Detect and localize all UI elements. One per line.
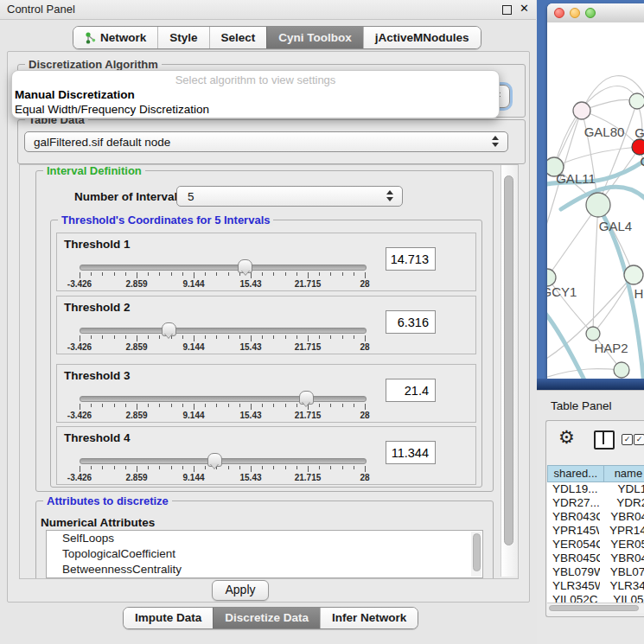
tab-impute-data[interactable]: Impute Data xyxy=(124,608,213,628)
tick-mark xyxy=(319,272,320,276)
cell-name[interactable]: YBR045C xyxy=(600,552,644,565)
node-h[interactable] xyxy=(624,265,643,284)
scrollbar-thumb[interactable] xyxy=(549,605,639,611)
cell-shared-name[interactable]: YBR045C xyxy=(547,552,600,565)
tab-select[interactable]: Select xyxy=(209,27,267,48)
node-gal4[interactable] xyxy=(586,193,610,217)
node-gcy1[interactable] xyxy=(547,269,556,286)
close-traffic-light-icon[interactable] xyxy=(554,8,564,18)
tick-mark xyxy=(228,466,229,469)
attribute-list-item[interactable]: SelfLoops xyxy=(47,531,482,546)
table-panel-title: Table Panel xyxy=(551,399,612,412)
threshold-2-value-field[interactable]: 6.316 xyxy=(386,310,436,334)
attribute-list[interactable]: SelfLoopsTopologicalCoefficientBetweenne… xyxy=(46,530,483,578)
cell-name[interactable]: YER054C xyxy=(600,538,644,552)
threshold-3-slider[interactable] xyxy=(80,396,367,402)
threshold-3-value-field[interactable]: 21.4 xyxy=(386,379,436,402)
attribute-list-item[interactable]: BetweennessCentrality xyxy=(47,562,482,577)
zoom-traffic-light-icon[interactable] xyxy=(585,8,596,18)
cell-name[interactable]: YLR345W xyxy=(600,579,644,593)
threshold-1-slider[interactable] xyxy=(80,265,367,271)
tick-mark xyxy=(330,404,331,407)
tick-label: 28 xyxy=(360,279,369,289)
table-row[interactable]: YBR043CYBR043C xyxy=(547,510,644,524)
cell-name[interactable]: YPR145W xyxy=(599,524,644,538)
threshold-4-value-field[interactable]: 11.344 xyxy=(386,441,436,464)
gear-icon[interactable]: ⚙ xyxy=(558,428,575,447)
table-row[interactable]: YBL079WYBL079W xyxy=(547,565,644,579)
tick-label: 21.715 xyxy=(295,473,322,482)
cell-name[interactable]: YDL19 xyxy=(607,482,644,496)
cell-shared-name[interactable]: YER054C xyxy=(547,538,600,552)
tick-mark xyxy=(194,466,194,472)
table-row[interactable]: YPR145WYPR145W xyxy=(547,524,644,538)
node-gal80[interactable] xyxy=(573,102,590,119)
table-row[interactable]: YDR27...YDR27 xyxy=(547,496,644,510)
scrollbar-thumb[interactable] xyxy=(473,533,481,571)
column-header-shared-name[interactable]: shared... xyxy=(547,465,604,482)
split-columns-icon[interactable] xyxy=(594,430,615,450)
tab-discretize-data[interactable]: Discretize Data xyxy=(213,608,320,628)
tab-style[interactable]: Style xyxy=(157,27,208,48)
slider-thumb[interactable] xyxy=(207,453,222,467)
node-top-right[interactable] xyxy=(629,93,644,109)
tab-infer-network[interactable]: Infer Network xyxy=(320,608,418,628)
table-horizontal-scrollbar[interactable] xyxy=(547,603,644,613)
settings-vertical-scrollbar[interactable] xyxy=(501,165,518,577)
scrollbar-thumb[interactable] xyxy=(504,175,513,545)
threshold-2-slider[interactable] xyxy=(80,328,367,334)
apply-button[interactable]: Apply xyxy=(212,580,269,601)
table-data-combo-value: galFiltered.sif default node xyxy=(34,136,170,149)
tab-jactivemnodules[interactable]: jActiveMNodules xyxy=(363,27,481,48)
cell-name[interactable]: YBL079W xyxy=(600,565,644,579)
node-red[interactable] xyxy=(632,139,644,155)
tick-mark xyxy=(102,404,103,407)
table-row[interactable]: YDL19...YDL19 xyxy=(547,482,644,496)
tick-mark xyxy=(251,466,252,472)
slider-thumb[interactable] xyxy=(299,391,314,405)
option-equal-width-frequency[interactable]: Equal Width/Frequency Discretization xyxy=(12,102,499,117)
option-manual-discretization[interactable]: Manual Discretization xyxy=(12,87,499,102)
cell-shared-name[interactable]: YPR145W xyxy=(547,524,599,538)
checkbox-icon[interactable]: ✓ xyxy=(634,434,644,445)
node-bottom[interactable] xyxy=(614,362,629,378)
table-row[interactable]: YLR345WYLR345W xyxy=(547,579,644,593)
cell-name[interactable]: YBR043C xyxy=(600,510,644,524)
minimize-traffic-light-icon[interactable] xyxy=(570,8,580,18)
node-hap2[interactable] xyxy=(586,327,600,341)
tick-label: 15.43 xyxy=(239,279,261,289)
table-row[interactable]: YIL052CYIL052C xyxy=(547,593,644,603)
table-row[interactable]: YBR045CYBR045C xyxy=(547,552,644,565)
slider-thumb[interactable] xyxy=(238,259,252,273)
threshold-1-value-field[interactable]: 14.713 xyxy=(386,247,436,271)
cell-shared-name[interactable]: YLR345W xyxy=(547,579,600,593)
cell-shared-name[interactable]: YDL19... xyxy=(547,482,607,496)
tick-label: 15.43 xyxy=(239,473,261,482)
tick-mark xyxy=(171,404,172,407)
threshold-4-slider[interactable] xyxy=(80,458,367,464)
cell-shared-name[interactable]: YDR27... xyxy=(547,496,606,510)
table-row[interactable]: YER054CYER054C xyxy=(547,538,644,552)
cell-shared-name[interactable]: YBR043C xyxy=(547,510,600,524)
algorithm-hint: Select algorithm to view settings xyxy=(12,73,499,87)
tick-mark xyxy=(80,272,80,278)
checkbox-icon[interactable]: ✓ xyxy=(622,434,633,445)
tick-label: 28 xyxy=(360,342,369,352)
tab-network[interactable]: Network xyxy=(73,27,157,48)
number-of-intervals-spinner[interactable]: 5 xyxy=(176,186,403,207)
slider-thumb[interactable] xyxy=(162,322,176,336)
cell-name[interactable]: YDR27 xyxy=(606,496,644,510)
network-canvas[interactable]: GAL80GACGAL11GAL4GCY1HHAP2 xyxy=(547,22,644,379)
float-window-icon[interactable] xyxy=(502,5,512,15)
tab-cyni-toolbox[interactable]: Cyni Toolbox xyxy=(266,27,363,48)
close-icon[interactable]: ✕ xyxy=(520,2,529,15)
column-header-name[interactable]: name xyxy=(604,465,644,482)
tick-mark xyxy=(342,404,343,407)
table-data-combo[interactable]: galFiltered.sif default node xyxy=(24,131,508,152)
tick-label: 15.43 xyxy=(239,411,261,420)
attribute-list-scrollbar[interactable] xyxy=(471,532,481,577)
cell-name[interactable]: YIL052C xyxy=(603,593,644,603)
cell-shared-name[interactable]: YBL079W xyxy=(547,565,600,579)
cell-shared-name[interactable]: YIL052C xyxy=(547,593,603,603)
attribute-list-item[interactable]: TopologicalCoefficient xyxy=(47,546,482,562)
